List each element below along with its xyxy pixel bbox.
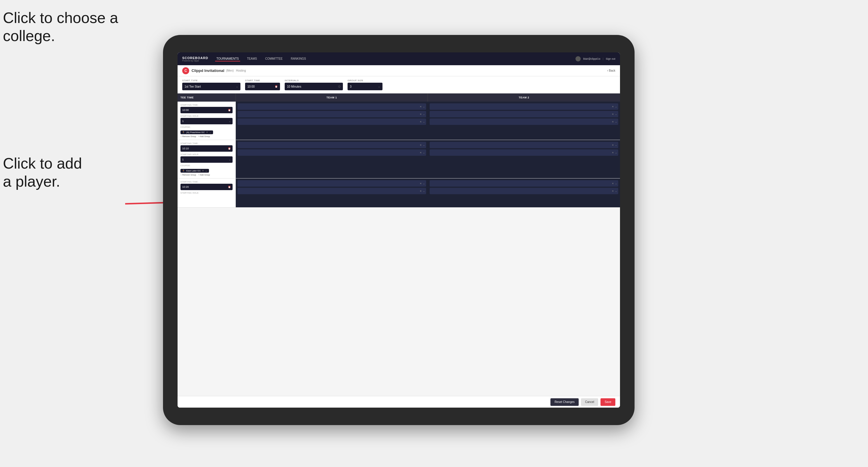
team1-players-2: ✕ ⌄ ✕ ⌄ <box>236 140 428 178</box>
remove-group-2[interactable]: ○ Remove Group <box>181 174 196 176</box>
tee-row: STARTING TIME: 10:00 ⏰ STARTING HOLE: 1 … <box>178 102 620 140</box>
course-actions-2: ○ Remove Group + Add Group <box>181 174 232 176</box>
player-x-icon[interactable]: ✕ <box>612 105 614 108</box>
start-type-select[interactable]: 1st Tee Start ⌄ <box>182 83 241 90</box>
annotation-bottom: Click to add a player. <box>3 154 82 191</box>
player-slot-t2-3-2[interactable]: ✕ ⌄ <box>430 188 618 194</box>
player-slot-2-2[interactable]: ✕ ⌄ <box>238 149 426 156</box>
player-chevron-icon[interactable]: ⌄ <box>423 190 425 192</box>
player-x-icon[interactable]: ✕ <box>612 182 614 185</box>
player-x-icon[interactable]: ✕ <box>420 182 422 185</box>
nav-link-rankings[interactable]: RANKINGS <box>290 57 307 61</box>
group-size-group: Group Size 3 ⌄ <box>347 79 382 90</box>
player-chevron-icon[interactable]: ⌄ <box>423 144 425 147</box>
sign-out-link[interactable]: Sign out <box>606 57 615 60</box>
player-chevron-icon[interactable]: ⌄ <box>615 113 617 116</box>
player-chevron-icon[interactable]: ⌄ <box>615 190 617 192</box>
cancel-button[interactable]: Cancel <box>581 398 598 406</box>
reset-button[interactable]: Reset Changes <box>551 398 579 406</box>
nav-link-tournaments[interactable]: TOURNAMENTS <box>215 57 240 61</box>
add-group-2[interactable]: + Add Group <box>198 174 210 176</box>
start-time-clock-icon: ⏰ <box>275 85 278 88</box>
player-x-icon[interactable]: ✕ <box>420 190 422 192</box>
course-badge-edit-1[interactable]: ⌄ <box>209 131 211 134</box>
col-header-tee-time: Tee Time <box>178 93 236 102</box>
player-slot-3-1[interactable]: ✕ ⌄ <box>238 180 426 187</box>
player-chevron-icon[interactable]: ⌄ <box>615 182 617 185</box>
player-x-icon[interactable]: ✕ <box>420 105 422 108</box>
remove-group-1[interactable]: ○ Remove Group <box>181 135 196 137</box>
player-chevron-icon[interactable]: ⌄ <box>423 113 425 116</box>
course-badge-edit-2[interactable]: ⌄ <box>205 169 207 172</box>
player-chevron-icon[interactable]: ⌄ <box>615 105 617 108</box>
player-x-icon[interactable]: ✕ <box>612 144 614 147</box>
player-x-icon[interactable]: ✕ <box>420 121 422 123</box>
player-slot-t2-2-2[interactable]: ✕ ⌄ <box>430 149 618 156</box>
player-slot-1-2[interactable]: ✕ ⌄ <box>238 111 426 117</box>
player-x-icon[interactable]: ✕ <box>420 113 422 116</box>
player-chevron-icon[interactable]: ⌄ <box>423 121 425 123</box>
col-header-team2: Team 2 <box>428 93 620 102</box>
save-button[interactable]: Save <box>600 398 615 406</box>
player-chevron-icon[interactable]: ⌄ <box>423 105 425 108</box>
user-email: blair@clippd.io <box>583 57 600 60</box>
player-x-icon[interactable]: ✕ <box>612 151 614 154</box>
player-chevron-icon[interactable]: ⌄ <box>423 182 425 185</box>
col-header-team1: Team 1 <box>236 93 428 102</box>
group-size-arrow-icon: ⌄ <box>378 85 380 88</box>
player-x-icon[interactable]: ✕ <box>612 121 614 123</box>
course-badge-remove-2[interactable]: ✕ <box>202 169 204 172</box>
navbar-brand: SCOREBOARD Powered by clippd <box>182 56 208 62</box>
tee-left-2: STARTING TIME: 10:10 ⏰ STARTING HOLE: 1 … <box>178 140 236 178</box>
table-header: Tee Time Team 1 Team 2 <box>178 93 620 102</box>
team2-players-3: ✕ ⌄ ✕ ⌄ <box>428 179 620 207</box>
player-x-icon[interactable]: ✕ <box>612 190 614 192</box>
player-chevron-icon[interactable]: ⌄ <box>423 151 425 154</box>
player-slot-t2-3-1[interactable]: ✕ ⌄ <box>430 180 618 187</box>
starting-hole-label-3: STARTING HOLE: <box>181 192 232 194</box>
nav-link-committee[interactable]: COMMITTEE <box>264 57 284 61</box>
start-time-group: Start Time 10:00 ⏰ <box>245 79 280 90</box>
back-button[interactable]: ‹ Back <box>607 69 615 72</box>
player-chevron-icon[interactable]: ⌄ <box>615 151 617 154</box>
nav-link-teams[interactable]: TEAMS <box>246 57 258 61</box>
player-slot-1-1[interactable]: ✕ ⌄ <box>238 103 426 110</box>
player-slot-t2-1-2[interactable]: ✕ ⌄ <box>430 111 618 117</box>
annotation-top: Click to choose a college. <box>3 9 118 45</box>
starting-time-label-1: STARTING TIME: <box>181 104 232 106</box>
starting-hole-input-2[interactable]: 1 ⌄ <box>181 156 232 163</box>
start-type-label: Start Type <box>182 79 241 82</box>
player-x-icon[interactable]: ✕ <box>420 151 422 154</box>
player-chevron-icon[interactable]: ⌄ <box>615 121 617 123</box>
starting-time-input-3[interactable]: 10:20 ⏰ <box>181 184 232 190</box>
team1-players-3: ✕ ⌄ ✕ ⌄ <box>236 179 428 207</box>
starting-time-label-3: STARTING TIME: <box>181 181 232 183</box>
player-chevron-icon[interactable]: ⌄ <box>615 144 617 147</box>
course-badge-2[interactable]: 🏌 East Lake GC ✕ ⌄ <box>181 169 209 173</box>
course-badge-1[interactable]: 🏌 (A) Peachtree GC ✕ ⌄ <box>181 130 213 134</box>
intervals-group: Intervals 10 Minutes ⓘ <box>285 79 343 90</box>
tee-left-3: STARTING TIME: 10:20 ⏰ STARTING HOLE: <box>178 179 236 207</box>
player-x-icon[interactable]: ✕ <box>612 113 614 116</box>
course-actions-1: ○ Remove Group + Add Group <box>181 135 232 137</box>
player-slot-t2-1-1[interactable]: ✕ ⌄ <box>430 103 618 110</box>
tablet-screen: SCOREBOARD Powered by clippd TOURNAMENTS… <box>178 53 620 408</box>
hole-arrow-icon-1: ⌄ <box>229 120 231 123</box>
player-slot-2-1[interactable]: ✕ ⌄ <box>238 142 426 148</box>
starting-time-input-2[interactable]: 10:10 ⏰ <box>181 145 232 152</box>
player-slot-t2-2-1[interactable]: ✕ ⌄ <box>430 142 618 148</box>
player-x-icon[interactable]: ✕ <box>420 144 422 147</box>
tee-row-2: STARTING TIME: 10:10 ⏰ STARTING HOLE: 1 … <box>178 140 620 179</box>
course-badge-remove-1[interactable]: ✕ <box>206 131 208 134</box>
group-size-select[interactable]: 3 ⌄ <box>347 83 382 90</box>
starting-hole-input-1[interactable]: 1 ⌄ <box>181 118 232 124</box>
start-time-input[interactable]: 10:00 ⏰ <box>245 83 280 90</box>
player-slot-3-2[interactable]: ✕ ⌄ <box>238 188 426 194</box>
add-group-1[interactable]: + Add Group <box>198 135 210 137</box>
group-size-label: Group Size <box>347 79 382 82</box>
player-slot-1-3[interactable]: ✕ ⌄ <box>238 119 426 125</box>
starting-time-input-1[interactable]: 10:00 ⏰ <box>181 107 232 113</box>
intervals-select[interactable]: 10 Minutes ⓘ <box>285 83 343 90</box>
navbar: SCOREBOARD Powered by clippd TOURNAMENTS… <box>178 53 620 65</box>
player-slot-t2-1-3[interactable]: ✕ ⌄ <box>430 119 618 125</box>
